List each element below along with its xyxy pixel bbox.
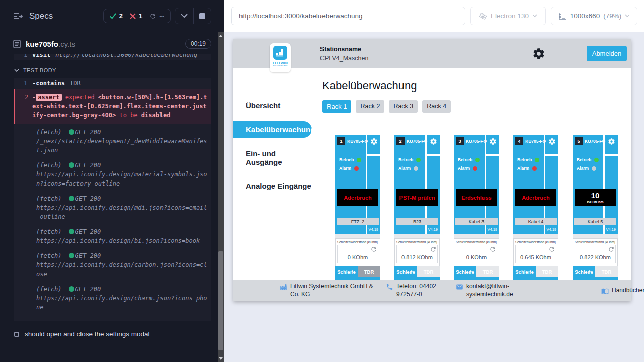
refresh-button[interactable]: [489, 246, 496, 255]
viewport-zoom: (79%): [603, 12, 621, 20]
viewport-select[interactable]: 1000x660 (79%): [551, 7, 637, 25]
spec-file-row[interactable]: kue705fo.cy.ts 00:19: [0, 32, 224, 54]
fetch-label: (fetch): [36, 129, 62, 136]
command-row-visit[interactable]: 1 visit http://localhost:3000/kabelueber…: [14, 54, 211, 60]
fetch-status: GET 200: [75, 162, 101, 169]
refresh-button[interactable]: [370, 246, 377, 255]
chevron-down-icon: [14, 69, 19, 72]
footer-contact-item[interactable]: Littwin Systemtechnik GmbH & Co. KG: [280, 283, 375, 298]
resistance-value: 0.645 KOhm: [520, 254, 551, 260]
scroll-up-arrow[interactable]: [218, 32, 224, 39]
meter-value-box: 0 KOhm: [337, 245, 378, 263]
settings-gear-button[interactable]: [532, 47, 545, 62]
fetch-log-row[interactable]: (fetch)GET 200 /_next/static/development…: [36, 128, 207, 155]
electron-icon: [479, 12, 487, 20]
meter-value-box: 0.645 KOhm: [515, 245, 556, 263]
fetch-log-row[interactable]: (fetch)GET 200 https://api.iconify.desig…: [36, 227, 207, 245]
email-icon: [456, 283, 463, 291]
logout-button[interactable]: Abmelden: [587, 46, 627, 61]
tdr-button[interactable]: TDR: [595, 266, 618, 277]
rack-tab[interactable]: Rack 3: [389, 100, 418, 113]
fetch-log-row[interactable]: (fetch)GET 200 https://api.iconify.desig…: [36, 251, 207, 279]
tdr-button[interactable]: TDR: [358, 266, 380, 277]
test-body-section[interactable]: TEST BODY: [0, 60, 224, 78]
firmware-version: V4.19: [546, 227, 556, 232]
device-settings-button[interactable]: [489, 138, 497, 147]
sidebar-item[interactable]: Analoge Eingänge: [233, 178, 314, 194]
command-row-contains[interactable]: 1 -containsTDR: [14, 78, 211, 89]
pending-test-row[interactable]: should open and close the settings modal: [0, 325, 224, 343]
rack-tab[interactable]: Rack 1: [322, 100, 351, 113]
status-leds: Betrieb Alarm: [398, 157, 421, 174]
footer-contact-item[interactable]: Handbücher: [601, 287, 644, 295]
device-settings-button[interactable]: [430, 138, 437, 147]
rack-tab[interactable]: Rack 4: [422, 100, 451, 113]
station-value: CPLV4_Maschen: [320, 55, 368, 62]
fetch-log-row[interactable]: (fetch)GET 200 https://api.iconify.desig…: [36, 161, 207, 188]
schleife-button[interactable]: Schleife: [335, 266, 358, 277]
app-main: Kabelüberwachung Rack 1Rack 2Rack 3Rack …: [314, 68, 631, 280]
schleife-button[interactable]: Schleife: [513, 266, 536, 277]
firmware-version: V4.19: [428, 227, 438, 232]
firmware-version: V4.19: [487, 227, 497, 232]
footer-contact-item[interactable]: kontakt@littwin-systemtechnik.de: [456, 283, 521, 298]
tdr-button[interactable]: TDR: [476, 266, 499, 277]
tdr-button[interactable]: TDR: [417, 266, 440, 277]
url-input[interactable]: [231, 7, 465, 25]
fetch-label: (fetch): [36, 162, 62, 169]
schleife-button[interactable]: Schleife: [454, 266, 476, 277]
rack-tab[interactable]: Rack 2: [356, 100, 384, 113]
fetch-log-row[interactable]: (fetch)GET 200 https://api.iconify.desig…: [36, 285, 207, 312]
command-row-assert-failed[interactable]: 2 -assert expected <button.w-[50%].h-[1.…: [14, 89, 211, 124]
check-icon: [110, 13, 116, 19]
schleife-button[interactable]: Schleife: [573, 266, 595, 277]
test-stats[interactable]: 2 1 --: [103, 9, 171, 23]
device-model: KÜ705-FO: [407, 139, 427, 144]
collapse-button[interactable]: [175, 8, 193, 24]
schleife-button[interactable]: Schleife: [394, 266, 417, 277]
sidebar-item[interactable]: Übersicht: [233, 98, 314, 113]
firmware-version: V4.19: [368, 227, 378, 232]
cable-name: FTZ_2: [337, 218, 379, 225]
spec-timer: 00:19: [185, 39, 211, 49]
status-text: PST-M prüfen: [399, 195, 435, 201]
browser-select[interactable]: Electron 130: [470, 7, 546, 25]
fetch-url: /_next/static/development/_devMiddleware…: [36, 138, 207, 154]
resistance-meter: Schleifenwiderstand [kOhm] 0.645 KOhm: [513, 238, 558, 266]
app-sidebar: ÜbersichtKabelüberwachungEin- und Ausgän…: [233, 68, 314, 280]
command-name: visit: [32, 54, 50, 58]
meter-label: Schleifenwiderstand [kOhm]: [515, 240, 556, 244]
ruler-icon: [558, 13, 567, 20]
app-header: LITTWIN SYSTEMTECHNIK Stationsname CPLV4…: [233, 39, 631, 68]
assert-state: disabled: [141, 112, 171, 119]
cypress-reporter-panel: Specs 2 1 -- kue7: [0, 0, 224, 362]
littwin-logo: LITTWIN SYSTEMTECHNIK: [270, 43, 291, 72]
refresh-button[interactable]: [608, 246, 615, 255]
refresh-icon: [430, 246, 437, 253]
resistance-meter: Schleifenwiderstand [kOhm] 0.812 KOhm: [394, 238, 440, 266]
device-settings-button[interactable]: [370, 138, 378, 147]
sidebar-item[interactable]: Ein- und Ausgänge: [233, 146, 314, 170]
sidebar-item[interactable]: Kabelüberwachung: [233, 121, 312, 138]
resistance-meter: Schleifenwiderstand [kOhm] 0 KOhm: [454, 238, 499, 266]
scrollbar-thumb[interactable]: [218, 251, 223, 350]
stop-button[interactable]: [194, 8, 211, 24]
betrieb-led: [535, 158, 539, 162]
footer-contact-item[interactable]: Telefon: 04402 972577-0: [386, 283, 445, 298]
footer-contact-text: kontakt@littwin-systemtechnik.de: [466, 283, 521, 298]
refresh-button[interactable]: [430, 246, 437, 255]
status-display: Erdschluss: [456, 189, 497, 206]
device-front: 2 KÜ705-FO Betrieb Alarm PST-M prüfen B2…: [394, 135, 440, 234]
scroll-down-arrow[interactable]: [218, 355, 224, 362]
device-number-badge: 1: [337, 137, 345, 145]
device-settings-button[interactable]: [608, 138, 615, 147]
divider: [545, 154, 558, 156]
fetch-log-row[interactable]: (fetch)GET 200 https://api.iconify.desig…: [36, 194, 207, 221]
specs-title[interactable]: Specs: [13, 11, 53, 21]
refresh-button[interactable]: [548, 246, 555, 255]
device-number-badge: 3: [456, 137, 464, 145]
device-card: 3 KÜ705-FO Betrieb Alarm Erdschluss Kabe…: [454, 135, 499, 280]
divider: [427, 154, 440, 156]
tdr-button[interactable]: TDR: [536, 266, 558, 277]
device-settings-button[interactable]: [548, 138, 556, 147]
